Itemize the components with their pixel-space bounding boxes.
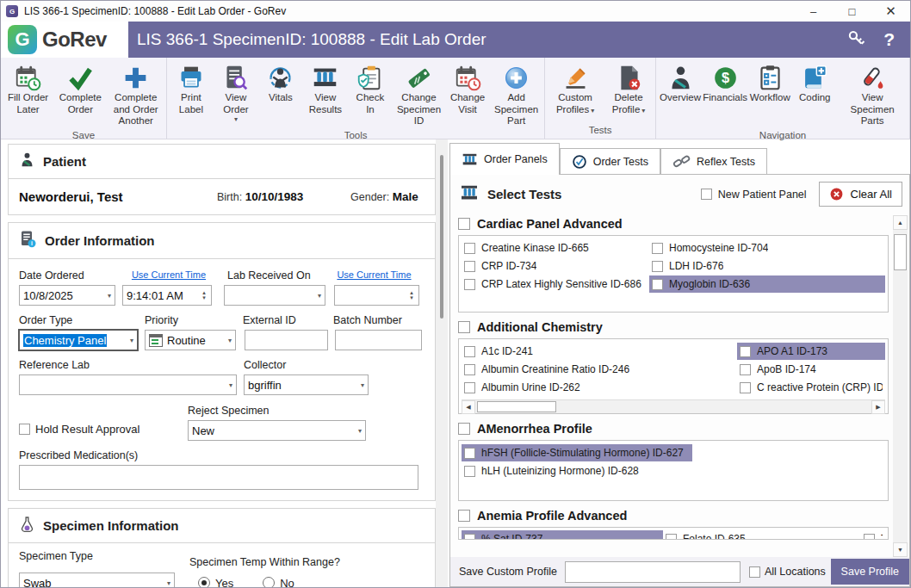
chevron-down-icon[interactable]: ▾ xyxy=(591,107,594,115)
test-item[interactable]: A1c ID-241 xyxy=(462,343,737,360)
reference-lab-combo[interactable]: ▾ xyxy=(19,374,237,395)
toolbar-button-check-in[interactable]: Check In xyxy=(348,61,393,117)
minimize-icon[interactable]: – xyxy=(794,1,833,22)
panel-checkbox[interactable] xyxy=(458,321,470,333)
test-item-checkbox[interactable] xyxy=(464,382,475,393)
test-item[interactable]: hFSH (Follicle-Stimulating Hormone) ID-6… xyxy=(462,444,692,461)
toolbar-button-view-specimen-parts[interactable]: View Specimen Parts xyxy=(837,61,908,129)
toolbar-button-vitals[interactable]: Vitals xyxy=(258,61,303,106)
toolbar-button-print-label[interactable]: Print Label xyxy=(169,61,214,117)
save-profile-button[interactable]: Save Profile xyxy=(831,559,909,585)
test-item-checkbox[interactable] xyxy=(464,346,475,357)
toolbar-button-complete-and-order-another[interactable]: Complete and Order Another xyxy=(108,61,164,129)
test-item[interactable]: % Sat ID-737 xyxy=(462,530,663,540)
test-item[interactable]: CRP ID-734 xyxy=(462,257,649,275)
scroll-down-icon[interactable]: ▼ xyxy=(893,542,908,557)
order-type-combo[interactable]: Chemistry Panel▾ xyxy=(19,330,138,350)
test-item[interactable]: Myoglobin ID-636 xyxy=(649,275,885,293)
test-item-checkbox[interactable] xyxy=(464,448,475,459)
yes-radio-icon[interactable] xyxy=(198,577,210,587)
test-item-checkbox[interactable] xyxy=(652,243,663,254)
h-scrollbar-thumb[interactable] xyxy=(477,401,556,412)
new-patient-panel-checkbox[interactable] xyxy=(701,189,712,200)
date-ordered-combo[interactable]: 10/8/2025▾ xyxy=(19,285,115,306)
keys-icon[interactable] xyxy=(844,27,870,53)
profile-name-input[interactable] xyxy=(565,561,741,583)
toolbar-button-delete-profile[interactable]: Delete Profile▾ xyxy=(604,61,654,117)
scrollbar-thumb[interactable] xyxy=(894,234,907,270)
scroll-right-icon[interactable]: ▶ xyxy=(871,400,885,414)
test-item-checkbox[interactable] xyxy=(652,279,663,290)
temp-yes-radio[interactable]: Yes xyxy=(198,573,233,587)
test-item-checkbox[interactable] xyxy=(740,364,751,375)
maximize-icon[interactable]: □ xyxy=(833,1,871,22)
no-radio-icon[interactable] xyxy=(263,577,275,587)
test-item-checkbox[interactable] xyxy=(464,261,475,272)
tab-order-tests[interactable]: Order Tests xyxy=(560,148,660,175)
test-item-checkbox[interactable] xyxy=(740,346,751,357)
all-locations[interactable]: All Locations xyxy=(749,566,826,578)
test-item[interactable]: CRP Latex Highly Sensitive ID-686 xyxy=(462,275,649,293)
new-patient-panel[interactable]: New Patient Panel xyxy=(701,189,807,201)
panel-checkbox[interactable] xyxy=(458,510,470,522)
test-item-checkbox[interactable] xyxy=(464,534,475,541)
left-panel-scrollbar[interactable] xyxy=(436,139,448,587)
clear-all-button[interactable]: Clear All xyxy=(819,182,902,207)
test-item-checkbox[interactable] xyxy=(464,364,475,375)
test-item-checkbox[interactable] xyxy=(464,466,475,477)
horizontal-scrollbar[interactable]: ◀▶ xyxy=(462,399,885,413)
test-item[interactable]: Albumin Urine ID-262 xyxy=(462,379,737,396)
test-item[interactable]: ApoB ID-174 xyxy=(737,361,885,378)
test-item-checkbox[interactable] xyxy=(464,243,475,254)
lab-received-time-spinner[interactable]: ▴▾ xyxy=(334,285,419,306)
panel-checkbox[interactable] xyxy=(458,218,470,230)
test-item[interactable]: Creatine Kinase ID-665 xyxy=(462,239,649,257)
all-locations-checkbox[interactable] xyxy=(749,566,760,578)
scroll-up-icon[interactable]: ▲ xyxy=(893,215,908,230)
test-item[interactable]: C reactive Protein (CRP) ID-1 xyxy=(737,379,885,396)
left-scrollbar-thumb[interactable] xyxy=(440,155,443,319)
test-item-checkbox[interactable] xyxy=(464,279,475,290)
external-id-field[interactable] xyxy=(245,330,328,350)
test-item[interactable]: Homocysteine ID-704 xyxy=(649,239,885,257)
test-item-checkbox[interactable] xyxy=(740,382,751,393)
reject-specimen-combo[interactable]: New▾ xyxy=(188,420,366,441)
use-current-time-link-1[interactable]: Use Current Time xyxy=(121,269,217,282)
test-item-checkbox[interactable] xyxy=(864,534,875,541)
hold-result-approval-checkbox[interactable] xyxy=(19,424,30,435)
test-item[interactable]: Albumin Creatinine Ratio ID-246 xyxy=(462,361,737,378)
chevron-down-icon[interactable]: ▾ xyxy=(641,107,645,115)
toolbar-button-change-visit[interactable]: Change Visit xyxy=(445,61,490,117)
help-icon[interactable]: ? xyxy=(883,29,895,50)
lab-received-combo[interactable]: ▾ xyxy=(224,285,325,306)
scroll-left-icon[interactable]: ◀ xyxy=(462,400,475,414)
test-item[interactable]: TIBC xyxy=(861,530,885,540)
toolbar-button-change-specimen-id[interactable]: Change Specimen ID xyxy=(393,61,445,129)
test-item[interactable]: APO A1 ID-173 xyxy=(737,343,885,360)
toolbar-button-complete-order[interactable]: Complete Order xyxy=(53,61,107,117)
close-icon[interactable]: ✕ xyxy=(871,1,910,22)
temp-no-radio[interactable]: No xyxy=(263,573,294,587)
tab-order-panels[interactable]: Order Panels xyxy=(449,143,560,175)
tab-reflex-tests[interactable]: Reflex Tests xyxy=(660,148,767,175)
toolbar-button-financials[interactable]: $Financials xyxy=(703,61,747,106)
toolbar-button-fill-order-later[interactable]: Fill Order Later xyxy=(3,61,53,117)
toolbar-button-coding[interactable]: Coding xyxy=(792,61,837,106)
collector-combo[interactable]: bgriffin▾ xyxy=(244,374,369,395)
toolbar-button-view-results[interactable]: View Results xyxy=(303,61,348,117)
test-item[interactable]: Folate ID-635 xyxy=(663,530,861,540)
priority-combo[interactable]: Routine▾ xyxy=(145,330,236,350)
toolbar-button-workflow[interactable]: Workflow xyxy=(747,61,792,106)
test-item-checkbox[interactable] xyxy=(666,534,677,541)
specimen-type-combo[interactable]: Swab▾ xyxy=(19,573,175,587)
test-item[interactable]: hLH (Luteinizing Hormone) ID-628 xyxy=(462,462,885,480)
list-vertical-scrollbar[interactable]: ▲ ▼ xyxy=(893,215,908,557)
batch-number-field[interactable] xyxy=(335,330,422,350)
time-ordered-spinner[interactable]: 9:14:01 AM▴▾ xyxy=(122,285,212,306)
test-item[interactable]: LDH ID-676 xyxy=(649,257,885,275)
prescribed-medications-field[interactable] xyxy=(19,465,418,490)
toolbar-button-view-order[interactable]: View Order▾ xyxy=(214,61,258,125)
chevron-down-icon[interactable]: ▾ xyxy=(234,116,238,123)
panel-checkbox[interactable] xyxy=(458,423,470,435)
toolbar-button-custom-profiles[interactable]: Custom Profiles▾ xyxy=(547,61,604,117)
